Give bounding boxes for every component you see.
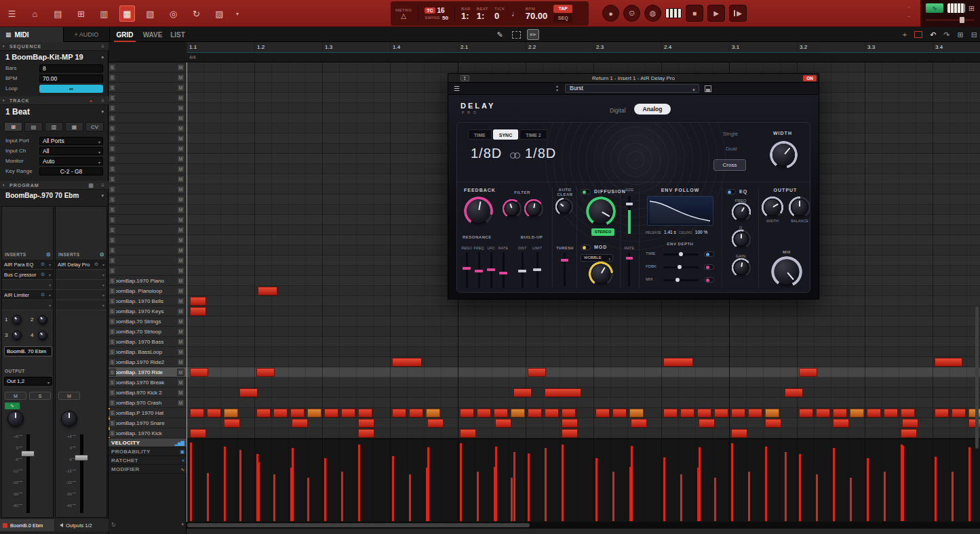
sampler-icon[interactable]: ◎ [165, 5, 181, 22]
slider-handle[interactable] [463, 267, 471, 270]
horizontal-scroll-thumb[interactable] [187, 523, 530, 527]
midi-note[interactable] [427, 419, 444, 428]
row-mute-button[interactable]: M [177, 247, 184, 254]
midi-note[interactable] [562, 429, 578, 438]
row-solo-button[interactable]: S [109, 226, 116, 234]
velocity-bar[interactable] [714, 478, 716, 521]
midi-note[interactable] [799, 409, 813, 417]
auto-clear-knob[interactable] [557, 200, 571, 213]
program-name[interactable]: BoomBap-.970 70 Ebm [5, 192, 98, 199]
strip-mute-button[interactable]: M [5, 392, 26, 400]
tab-sync[interactable]: SYNC [493, 129, 518, 140]
rate-slider[interactable]: RATE [498, 246, 509, 289]
lane-button-modifier[interactable]: MODIFIER∿ [109, 465, 187, 474]
velocity-bar[interactable] [765, 447, 767, 521]
midi-note[interactable] [190, 429, 206, 438]
preset-select[interactable]: Burst▼ [565, 84, 699, 93]
midi-note[interactable] [935, 358, 962, 367]
track-row-label[interactable]: BoomBap.1970 Ride2MS [109, 357, 187, 367]
midi-note[interactable] [833, 419, 849, 428]
velocity-bar[interactable] [867, 458, 869, 521]
tab-wave[interactable]: WAVE [140, 27, 165, 42]
track-row-label[interactable]: MS [109, 62, 187, 73]
track-row-label[interactable]: MS [109, 164, 187, 174]
velocity-bar[interactable] [495, 447, 497, 521]
midi-note[interactable] [902, 419, 918, 428]
midi-note[interactable] [477, 409, 491, 417]
midi-note[interactable] [258, 287, 277, 295]
velocity-bar[interactable] [511, 478, 513, 521]
sequence-caret-icon[interactable]: ▾ [101, 55, 104, 60]
row-mute-button[interactable]: M [177, 104, 184, 112]
menu-icon[interactable]: ☰ [4, 5, 20, 22]
insert-menu-caret-icon[interactable]: ▾ [49, 293, 51, 297]
seq-tempo-button[interactable]: SEQ [553, 14, 572, 22]
record-arm-icon[interactable]: ● [90, 96, 92, 105]
plugin-menu-icon[interactable]: ☰ [454, 85, 460, 92]
qlink-4[interactable]: 4 [29, 329, 54, 343]
pan-knob[interactable] [7, 411, 24, 427]
velocity-bar[interactable] [239, 450, 241, 521]
track-row-label[interactable]: BoomBap. PianoloopMS [109, 286, 187, 296]
pad-grid-icon[interactable]: ⊞ [968, 4, 975, 13]
midi-note[interactable] [494, 409, 508, 417]
midi-note[interactable] [358, 419, 374, 428]
midi-note[interactable] [765, 419, 781, 428]
velocity-bar[interactable] [612, 472, 614, 521]
row-solo-button[interactable]: S [109, 409, 116, 417]
velocity-bar[interactable] [952, 472, 954, 521]
midi-note[interactable] [833, 409, 847, 417]
link-icon[interactable] [510, 152, 521, 159]
cv-view-button[interactable]: CV [85, 122, 104, 131]
midi-note[interactable] [850, 409, 864, 417]
power-icon[interactable]: ⊙ [100, 250, 104, 259]
velocity-bar[interactable] [224, 447, 226, 521]
velocity-bar[interactable] [816, 474, 818, 521]
row-mute-button[interactable]: M [177, 216, 184, 224]
keyboard-icon[interactable] [947, 3, 965, 13]
bar-value[interactable]: 1: [461, 12, 471, 20]
routing-cross-button[interactable]: Cross [713, 159, 746, 171]
bpm-field[interactable]: 70.00 [39, 75, 103, 83]
thresh-slider[interactable] [564, 253, 566, 287]
midi-note[interactable] [273, 409, 288, 417]
timeline-ruler[interactable]: 1.11.21.31.42.12.22.32.43.13.23.33.4 [187, 42, 980, 53]
slider-handle[interactable] [487, 268, 495, 271]
tc-badge[interactable]: TC [425, 7, 435, 14]
midi-note[interactable] [190, 297, 206, 306]
power-icon[interactable]: ⊙ [46, 250, 51, 259]
row-mute-button[interactable]: M [177, 74, 184, 81]
midi-note[interactable] [595, 409, 610, 417]
midi-note[interactable] [190, 307, 206, 316]
width-knob[interactable] [772, 143, 796, 167]
lfo-slider[interactable]: LFO [486, 246, 496, 289]
track-row-label[interactable]: BoomBap.1970 SnareMS [109, 418, 187, 428]
midi-note[interactable] [867, 409, 881, 417]
slider-handle[interactable] [499, 272, 507, 274]
insert-slot-empty[interactable]: ▾ [56, 270, 106, 280]
midi-note[interactable] [290, 409, 305, 417]
row-mute-button[interactable]: M [177, 84, 184, 91]
tab-add-audio[interactable]: + AUDIO [64, 27, 110, 42]
midi-note[interactable] [799, 368, 817, 377]
scroll-down-icon[interactable]: ▾ [181, 522, 184, 527]
row-solo-button[interactable]: S [109, 237, 116, 244]
input-ch-select[interactable]: All▾ [39, 147, 103, 155]
velocity-bar[interactable] [968, 447, 971, 521]
track-row-label[interactable]: MS [109, 154, 187, 164]
row-solo-button[interactable]: S [109, 64, 116, 71]
qlink-knob-1[interactable] [12, 315, 22, 325]
bars-field[interactable]: 8 [39, 64, 103, 73]
midi-note[interactable] [785, 388, 803, 397]
row-solo-button[interactable]: S [109, 318, 116, 325]
insert-menu-caret-icon[interactable]: ▾ [102, 272, 104, 277]
row-solo-button[interactable]: S [109, 267, 116, 274]
delay-time-right[interactable]: 1/8D [525, 146, 556, 161]
midi-note[interactable] [239, 388, 258, 397]
tab-time2[interactable]: TIME 2 [520, 129, 547, 140]
master-volume-slider[interactable] [926, 19, 975, 21]
midi-note[interactable] [935, 409, 949, 417]
velocity-bar[interactable] [392, 459, 394, 521]
overdub-button[interactable]: ⊙ [623, 5, 640, 22]
strip-solo-button[interactable]: S [29, 392, 51, 400]
